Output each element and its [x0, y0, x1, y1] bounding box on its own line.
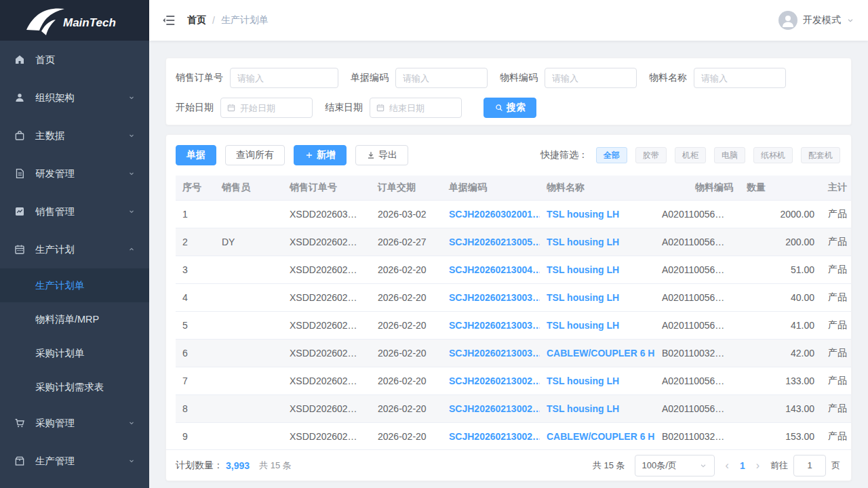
cell-sales-order: XSDD202602…	[283, 339, 371, 367]
quick-filter-chip[interactable]: 纸杯机	[753, 147, 793, 163]
chevron-down-icon	[127, 131, 136, 140]
sidebar-item-org[interactable]: 组织架构	[0, 79, 149, 117]
sidebar-item-home[interactable]: 首页	[0, 41, 149, 79]
table-row[interactable]: 6 XSDD202602… 2026-02-20 SCJH20260213003…	[176, 339, 852, 367]
quick-filter-chip[interactable]: 全部	[596, 147, 627, 163]
content: 销售订单号 单据编码 物料编码	[149, 41, 868, 481]
sidebar-item-production-plan[interactable]: 生产计划	[0, 230, 149, 268]
sidebar-item-production-mgmt[interactable]: 生产管理	[0, 442, 149, 480]
cell-doc-code: SCJH20260213004…	[442, 256, 540, 283]
doc-code-link[interactable]: SCJH20260213003…	[449, 348, 540, 359]
sidebar-item-sales[interactable]: 销售管理	[0, 192, 149, 230]
material-name-link[interactable]: TSL housing LH	[547, 209, 619, 220]
doc-code-link[interactable]: SCJH20260213003…	[449, 292, 540, 303]
table-row[interactable]: 8 XSDD202602… 2026-02-20 SCJH20260213002…	[176, 394, 852, 422]
table-footer: 计划数量： 3,993 共 15 条 共 15 条 100条/页 ‹ 1 ›	[166, 449, 851, 481]
cart-icon	[14, 417, 26, 429]
sidebar-item-master-data[interactable]: 主数据	[0, 117, 149, 155]
quick-filter-chip[interactable]: 配套机	[801, 147, 840, 163]
filter-input[interactable]	[545, 68, 637, 88]
sidebar-subitem-purchase-plan-order[interactable]: 采购计划单	[0, 336, 149, 370]
search-button[interactable]: 搜索	[484, 98, 536, 118]
filter-input[interactable]	[694, 68, 786, 88]
column-header: 订单交期	[371, 176, 442, 200]
column-header: 序号	[176, 176, 215, 200]
material-name-link[interactable]: CABLEW/COUPLER 6 HE	[547, 431, 655, 442]
query-all-button[interactable]: 查询所有	[225, 145, 285, 165]
cell-seq: 4	[176, 283, 215, 311]
material-name-link[interactable]: TSL housing LH	[547, 237, 619, 247]
doc-code-link[interactable]: SCJH20260213002…	[449, 431, 540, 442]
sidebar-item-purchasing[interactable]: 采购管理	[0, 404, 149, 442]
filter-input[interactable]	[230, 68, 338, 88]
cell-sales-order: XSDD202602…	[283, 422, 371, 449]
breadcrumb-separator: /	[212, 15, 215, 26]
chevron-down-icon	[127, 169, 136, 178]
material-name-link[interactable]: CABLEW/COUPLER 6 HE	[547, 348, 655, 359]
table-row[interactable]: 7 XSDD202602… 2026-02-20 SCJH20260213002…	[176, 367, 852, 394]
page-size-select[interactable]: 100条/页	[635, 455, 715, 476]
next-page-button[interactable]: ›	[755, 460, 761, 472]
quick-filter-chip[interactable]: 胶带	[635, 147, 667, 163]
table-panel: 单据 查询所有 新增 导出 快捷筛选： 全部胶带机柜	[165, 134, 852, 481]
table-row[interactable]: 1 XSDD202603… 2026-03-02 SCJH20260302001…	[176, 200, 852, 228]
chevron-down-icon	[127, 94, 136, 102]
table-row[interactable]: 9 XSDD202602… 2026-02-20 SCJH20260213002…	[176, 422, 852, 449]
doc-code-link[interactable]: SCJH20260213005…	[449, 237, 540, 247]
start-date-picker[interactable]	[220, 98, 313, 118]
material-name-link[interactable]: TSL housing LH	[547, 264, 619, 275]
doc-code-link[interactable]: SCJH20260213002…	[449, 375, 540, 386]
doc-code-link[interactable]: SCJH20260213002…	[449, 403, 540, 414]
table-row[interactable]: 4 XSDD202602… 2026-02-20 SCJH20260213003…	[176, 283, 852, 311]
sidebar-item-label: 生产计划	[35, 243, 127, 256]
doc-code-link[interactable]: SCJH20260302001…	[449, 209, 540, 220]
material-name-link[interactable]: TSL housing LH	[547, 375, 619, 386]
table-header: 序号销售员销售订单号订单交期单据编码物料名称物料编码数量主计	[176, 176, 852, 200]
search-icon	[494, 103, 504, 113]
cell-material-name: TSL housing LH	[540, 283, 655, 311]
chevron-down-icon	[127, 207, 136, 216]
quick-filter-chip[interactable]: 电脑	[714, 147, 745, 163]
filter-field-end-date: 结束日期	[325, 98, 462, 118]
start-date-input[interactable]	[240, 103, 307, 113]
doc-code-link[interactable]: SCJH20260213004…	[449, 264, 540, 275]
goto-label: 前往	[770, 460, 788, 472]
quick-filters: 快捷筛选： 全部胶带机柜电脑纸杯机配套机	[540, 147, 840, 163]
table-row[interactable]: 2 DY XSDD202602… 2026-02-27 SCJH20260213…	[176, 228, 852, 256]
current-page[interactable]: 1	[740, 460, 745, 471]
end-date-picker[interactable]	[370, 98, 462, 118]
breadcrumb-home[interactable]: 首页	[187, 14, 206, 26]
cell-delivery-date: 2026-02-20	[371, 311, 442, 339]
end-date-input[interactable]	[389, 103, 456, 113]
brand-name: MainTech	[63, 16, 116, 29]
column-header: 单据编码	[442, 176, 540, 200]
sidebar-collapse-icon[interactable]	[161, 13, 176, 28]
prev-page-button[interactable]: ‹	[724, 460, 730, 472]
table-row[interactable]: 5 XSDD202602… 2026-02-20 SCJH20260213003…	[176, 311, 852, 339]
chevron-down-icon	[127, 457, 136, 465]
quick-filter-chip[interactable]: 机柜	[675, 147, 706, 163]
sidebar-subitem-bom-mrp[interactable]: 物料清单/MRP	[0, 302, 149, 336]
total-count: 共 15 条	[593, 460, 625, 472]
material-name-link[interactable]: TSL housing LH	[547, 320, 619, 331]
material-name-link[interactable]: TSL housing LH	[547, 292, 619, 303]
chevron-down-icon	[699, 462, 707, 470]
cell-salesperson	[215, 339, 283, 367]
add-button[interactable]: 新增	[294, 145, 347, 165]
cell-salesperson	[215, 367, 283, 394]
export-button[interactable]: 导出	[355, 145, 408, 165]
cell-delivery-date: 2026-02-20	[371, 256, 442, 283]
document-button[interactable]: 单据	[176, 145, 216, 165]
doc-code-link[interactable]: SCJH20260213003…	[449, 320, 540, 331]
filter-input[interactable]	[395, 68, 488, 88]
goto-page-input[interactable]	[793, 455, 826, 476]
sidebar-subitem-purchase-plan-demand[interactable]: 采购计划需求表	[0, 370, 149, 404]
table-row[interactable]: 3 XSDD202602… 2026-02-20 SCJH20260213004…	[176, 256, 852, 283]
download-icon	[366, 150, 376, 160]
sidebar-item-rnd[interactable]: 研发管理	[0, 155, 149, 192]
material-name-link[interactable]: TSL housing LH	[547, 403, 619, 414]
cell-doc-code: SCJH20260213005…	[442, 228, 540, 256]
user-menu[interactable]: 开发模式	[778, 11, 854, 30]
cell-salesperson	[215, 422, 283, 449]
sidebar-subitem-production-plan-order[interactable]: 生产计划单	[0, 268, 149, 302]
